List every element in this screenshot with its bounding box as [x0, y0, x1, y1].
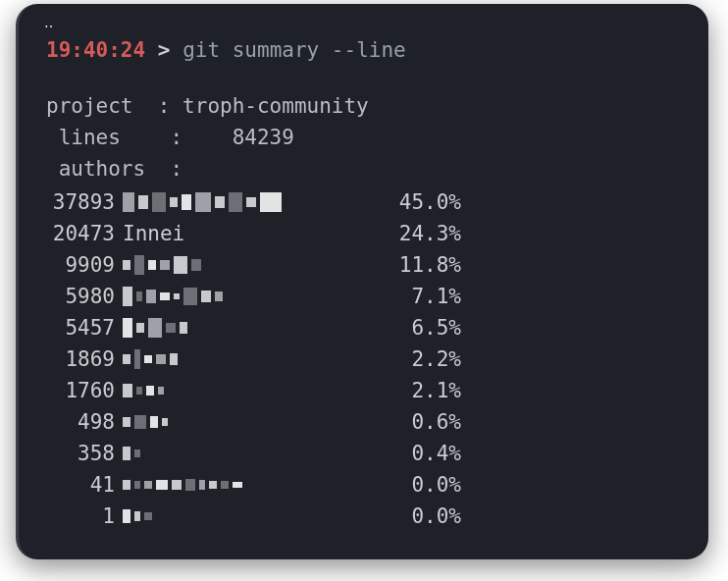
author-name	[115, 349, 383, 369]
author-name: Innei	[115, 218, 383, 249]
author-row: 990911.8%	[46, 249, 699, 281]
author-line-count: 20473	[46, 218, 115, 249]
summary-info: project : troph-community lines : 84239 …	[46, 90, 699, 185]
author-line-count: 5980	[46, 281, 115, 312]
redacted-name-icon	[123, 318, 191, 338]
author-percent: 0.0%	[383, 469, 461, 501]
author-row: 17602.1%	[46, 375, 699, 406]
author-percent: 2.1%	[383, 375, 461, 406]
author-line-count: 1	[46, 501, 115, 532]
redacted-name-icon	[123, 349, 182, 369]
author-row: 20473Innei24.3%	[46, 218, 699, 249]
lines-value: 84239	[233, 126, 294, 149]
redacted-name-icon	[123, 475, 246, 495]
author-list: 3789345.0%20473Innei24.3%990911.8%59807.…	[46, 186, 699, 532]
author-row: 10.0%	[46, 501, 699, 532]
author-name	[115, 506, 383, 526]
redacted-name-icon	[123, 444, 144, 463]
redacted-name-icon	[123, 412, 172, 432]
author-name	[115, 475, 383, 495]
author-percent: 11.8%	[383, 249, 461, 281]
project-label: project	[46, 94, 133, 118]
author-name	[115, 255, 383, 275]
author-percent: 24.3%	[383, 218, 461, 249]
prompt-chevron: >	[158, 38, 171, 62]
author-row: 59807.1%	[46, 281, 699, 312]
author-percent: 0.0%	[383, 501, 461, 532]
terminal-window: ‥ 19:40:24 > git summary --line project …	[16, 4, 708, 559]
authors-label: authors	[59, 157, 146, 181]
project-value: troph-community	[182, 94, 369, 118]
prompt-command: git summary --line	[182, 38, 406, 62]
author-line-count: 498	[46, 406, 115, 438]
author-name	[115, 318, 383, 338]
author-line-count: 358	[46, 438, 115, 469]
prompt-time: 19:40:24	[46, 38, 145, 62]
author-name	[115, 192, 383, 212]
author-name	[115, 412, 383, 432]
author-line-count: 41	[46, 469, 115, 501]
author-line-count: 9909	[46, 249, 115, 281]
author-line-count: 5457	[46, 312, 115, 343]
author-percent: 2.2%	[383, 343, 461, 375]
author-row: 4980.6%	[46, 406, 699, 438]
redacted-name-icon	[123, 381, 168, 400]
lines-label: lines	[59, 126, 121, 149]
author-percent: 45.0%	[383, 186, 461, 218]
author-percent: 0.6%	[383, 406, 461, 438]
author-row: 18692.2%	[46, 343, 699, 375]
author-percent: 7.1%	[383, 281, 461, 312]
author-row: 3580.4%	[46, 438, 699, 469]
author-line-count: 37893	[46, 186, 115, 218]
author-percent: 6.5%	[383, 312, 461, 343]
author-row: 54576.5%	[46, 312, 699, 343]
redacted-name-icon	[123, 192, 286, 212]
author-name	[115, 444, 383, 463]
author-percent: 0.4%	[383, 438, 461, 469]
redacted-name-icon	[123, 506, 156, 526]
author-line-count: 1869	[46, 343, 115, 375]
redacted-name-icon	[123, 287, 227, 306]
author-name	[115, 381, 383, 400]
prompt-line[interactable]: 19:40:24 > git summary --line	[46, 35, 699, 65]
terminal-content: ‥ 19:40:24 > git summary --line project …	[19, 4, 708, 542]
redacted-name-icon	[123, 255, 205, 275]
author-row: 410.0%	[46, 469, 699, 501]
author-line-count: 1760	[46, 375, 115, 406]
window-caption-dots: ‥	[44, 16, 699, 29]
author-name	[115, 287, 383, 306]
author-row: 3789345.0%	[46, 186, 699, 218]
